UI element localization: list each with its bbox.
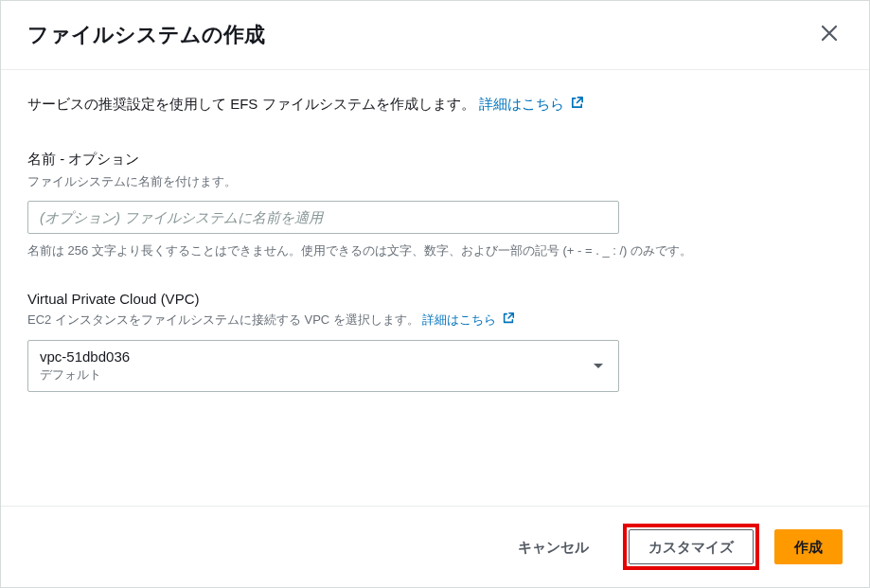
vpc-field-sublabel: EC2 インスタンスをファイルシステムに接続する VPC を選択します。 詳細は… [27,311,843,330]
customize-highlight: カスタマイズ [623,524,759,571]
modal-title: ファイルシステムの作成 [27,21,265,49]
external-link-icon [502,312,515,330]
name-field-group: 名前 - オプション ファイルシステムに名前を付けます。 名前は 256 文字よ… [27,151,843,260]
vpc-select[interactable]: vpc-51dbd036 デフォルト [27,340,619,392]
customize-button[interactable]: カスタマイズ [629,529,754,565]
vpc-select-subvalue: デフォルト [40,366,580,383]
external-link-icon [570,94,584,116]
name-field-hint: 名前は 256 文字より長くすることはできません。使用できるのは文字、数字、およ… [27,241,842,261]
modal-footer: キャンセル カスタマイズ 作成 [1,506,869,588]
create-button[interactable]: 作成 [774,529,843,565]
name-input[interactable] [27,201,619,234]
learn-more-link[interactable]: 詳細はこちら [479,96,584,112]
close-icon [820,22,839,47]
cancel-button[interactable]: キャンセル [499,530,608,564]
create-filesystem-modal: ファイルシステムの作成 サービスの推奨設定を使用して EFS ファイルシステムを… [0,0,870,588]
name-field-sublabel: ファイルシステムに名前を付けます。 [27,172,843,191]
vpc-select-value: vpc-51dbd036 [40,348,580,365]
modal-body: サービスの推奨設定を使用して EFS ファイルシステムを作成します。 詳細はこち… [1,70,869,506]
modal-header: ファイルシステムの作成 [1,1,869,70]
vpc-learn-more-label: 詳細はこちら [422,312,496,327]
learn-more-label: 詳細はこちら [479,96,564,112]
vpc-field-group: Virtual Private Cloud (VPC) EC2 インスタンスをフ… [27,291,843,391]
vpc-learn-more-link[interactable]: 詳細はこちら [422,312,515,327]
vpc-sublabel-text: EC2 インスタンスをファイルシステムに接続する VPC を選択します。 [27,312,419,327]
vpc-field-label: Virtual Private Cloud (VPC) [27,291,843,307]
intro-text: サービスの推奨設定を使用して EFS ファイルシステムを作成します。 詳細はこち… [27,93,843,116]
vpc-select-wrapper: vpc-51dbd036 デフォルト [27,340,619,392]
name-field-label: 名前 - オプション [27,151,843,169]
intro-text-content: サービスの推奨設定を使用して EFS ファイルシステムを作成します。 [27,96,475,112]
chevron-down-icon [593,358,604,373]
close-button[interactable] [816,20,843,50]
